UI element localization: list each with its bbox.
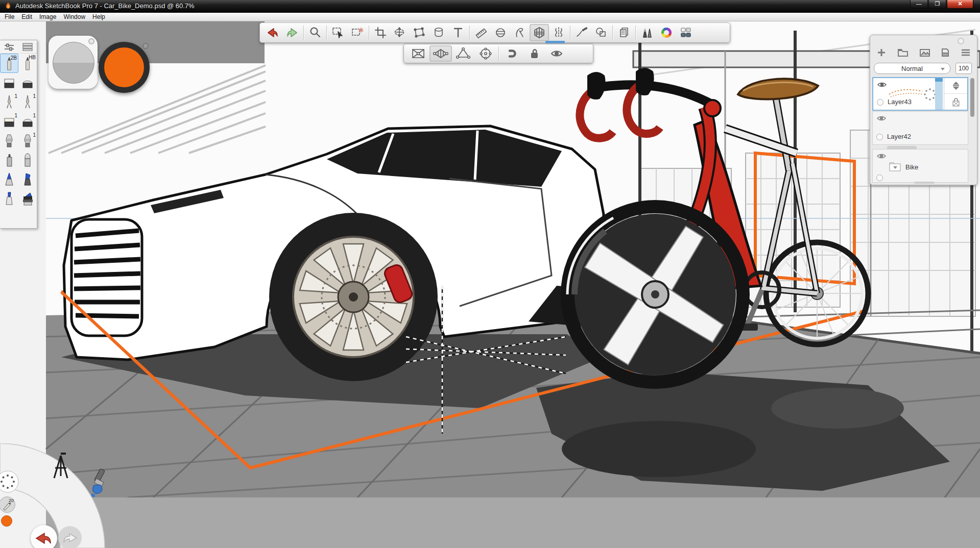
eye-icon[interactable]: [876, 115, 887, 122]
add-group-icon[interactable]: [897, 47, 909, 58]
copy-paste-icon[interactable]: [614, 24, 634, 41]
paint-fill-icon[interactable]: [86, 468, 107, 500]
menu-image[interactable]: Image: [36, 13, 60, 20]
layer-radio[interactable]: [876, 134, 883, 140]
shapes-tool-icon[interactable]: [591, 24, 611, 41]
color-puck-color[interactable]: [104, 47, 144, 87]
import-image-icon[interactable]: [919, 47, 930, 58]
layer-name: Bike: [905, 163, 918, 171]
brush-inking-pen-2[interactable]: 1: [18, 92, 37, 112]
lock-icon[interactable]: [523, 45, 545, 62]
brush-marker-blue-flat[interactable]: [0, 189, 18, 209]
lagoon-corner-menu: 20: [0, 443, 107, 548]
steady-stroke-icon[interactable]: [572, 24, 591, 41]
minimize-button[interactable]: —: [910, 0, 928, 9]
perspective-tool-icon[interactable]: [530, 24, 549, 41]
symmetry-tool-icon[interactable]: [549, 24, 568, 41]
color-wheel-icon[interactable]: [657, 24, 676, 41]
two-point-mode-icon[interactable]: [429, 45, 452, 62]
undo-icon[interactable]: [263, 24, 282, 41]
lagoon-undo-button[interactable]: [31, 525, 57, 548]
brush-pencil-hb[interactable]: HB: [18, 54, 37, 73]
close-button[interactable]: ✕: [947, 0, 973, 9]
blend-mode-value: Normal: [901, 65, 923, 72]
visibility-eye-icon[interactable]: [545, 45, 568, 62]
cylinder-warp-icon[interactable]: [429, 24, 448, 41]
crop-tool-icon[interactable]: [371, 24, 390, 41]
swatch-palettes-icon[interactable]: [676, 24, 696, 41]
blend-mode-dropdown[interactable]: Normal: [874, 63, 950, 74]
menu-edit[interactable]: Edit: [18, 13, 36, 20]
menu-window[interactable]: Window: [60, 13, 89, 20]
eye-icon[interactable]: [877, 81, 887, 88]
brush-airbrush-2[interactable]: 1: [18, 131, 37, 151]
brush-puck-handle[interactable]: [88, 38, 94, 44]
brush-menu-icon[interactable]: [18, 40, 37, 53]
color-puck-handle[interactable]: [142, 43, 149, 49]
zoom-tool-icon[interactable]: [305, 24, 325, 41]
brush-badge: 1: [14, 113, 17, 118]
text-tool-icon[interactable]: [448, 24, 468, 41]
layer-row-bike-group[interactable]: Bike: [872, 149, 968, 183]
french-curve-icon[interactable]: [510, 24, 530, 41]
easel-icon[interactable]: [49, 453, 73, 480]
color-puck[interactable]: [99, 42, 150, 93]
brush-puck-surface[interactable]: [53, 42, 94, 84]
opacity-value: 100: [959, 65, 969, 72]
brush-eraser-flat[interactable]: 1: [0, 112, 18, 131]
brush-eraser-round[interactable]: 1: [18, 112, 37, 131]
lagoon-redo-button[interactable]: [58, 526, 82, 548]
layer-row-layer42[interactable]: Layer42: [872, 111, 968, 145]
layer-name: Layer42: [887, 133, 911, 140]
ellipse-guide-icon[interactable]: [491, 24, 510, 41]
current-color-dot[interactable]: [1, 515, 12, 527]
ruler-tool-icon[interactable]: [471, 24, 491, 41]
brush-airbrush[interactable]: [0, 131, 18, 151]
brush-marker-blue-cone[interactable]: [0, 170, 18, 189]
perspective-toolbar: [403, 44, 593, 63]
menu-help[interactable]: Help: [89, 13, 109, 20]
brush-marker-blue-angled[interactable]: [18, 189, 37, 209]
brush-library-icon[interactable]: [637, 24, 657, 41]
brush-puck[interactable]: [49, 36, 98, 89]
active-tool-indicator: [545, 41, 565, 43]
layers-scrollbar[interactable]: [970, 78, 974, 117]
brush-eraser-hard[interactable]: [0, 73, 18, 92]
layer-radio[interactable]: [877, 99, 883, 106]
layer-lock-icon[interactable]: [944, 94, 967, 110]
brush-marker-bullet[interactable]: [18, 151, 37, 170]
group-folder-icon[interactable]: [889, 162, 901, 171]
eye-icon[interactable]: [876, 153, 887, 160]
brush-marker-gray[interactable]: [0, 151, 18, 170]
layer-transform-icon[interactable]: [944, 78, 967, 94]
opacity-field[interactable]: 100: [955, 63, 972, 74]
symmetry-puck-icon[interactable]: [0, 470, 19, 493]
one-point-mode-icon[interactable]: [407, 45, 429, 62]
fisheye-mode-icon[interactable]: [474, 45, 497, 62]
deselect-icon[interactable]: [348, 24, 367, 41]
panel-handle[interactable]: [958, 38, 964, 44]
three-point-mode-icon[interactable]: [452, 45, 474, 62]
add-layer-icon[interactable]: [876, 47, 887, 58]
transform-tool-icon[interactable]: [390, 24, 410, 41]
brush-badge: HB: [29, 55, 36, 60]
brush-pencil-2b[interactable]: 2B: [0, 54, 18, 73]
brush-eraser-soft[interactable]: [18, 73, 37, 92]
selection-tool-icon[interactable]: [328, 24, 348, 41]
maximize-button[interactable]: ❐: [928, 0, 946, 9]
distort-tool-icon[interactable]: [410, 24, 429, 41]
redo-icon[interactable]: [282, 24, 302, 41]
menu-file[interactable]: File: [1, 13, 18, 20]
window-title: Autodesk SketchBook Pro 7 - Car_Bike_Dem…: [15, 2, 195, 10]
panel-resize-notch[interactable]: [914, 182, 935, 184]
layer-row-layer43[interactable]: Layer43: [872, 77, 968, 111]
brush-marker-blue-chisel[interactable]: [18, 170, 37, 189]
brush-inking-pen[interactable]: 1: [0, 92, 18, 112]
canvas[interactable]: [0, 21, 980, 548]
snap-icon[interactable]: [500, 45, 523, 62]
panel-menu-icon[interactable]: [961, 47, 971, 58]
brush-settings-icon[interactable]: [0, 40, 18, 53]
layer-style-icon[interactable]: [941, 47, 950, 58]
layer-radio[interactable]: [876, 175, 883, 181]
brush-badge: 2B: [11, 55, 17, 61]
